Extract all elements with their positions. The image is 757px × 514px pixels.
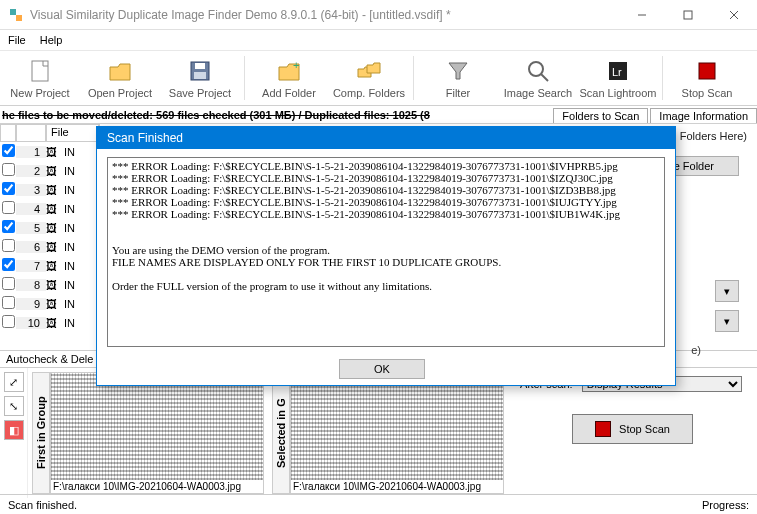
bottom-statusbar: Scan finished. Progress: <box>0 494 757 514</box>
stop-scan-button[interactable]: Stop Scan <box>667 52 747 104</box>
filter-button[interactable]: Filter <box>418 52 498 104</box>
row-filename: IN <box>64 203 99 215</box>
selected-in-group: Selected in G F:\галакси 10\IMG-20210604… <box>268 368 508 498</box>
row-number: 10 <box>16 317 46 329</box>
first-in-group: First in Group F:\галакси 10\IMG-2021060… <box>28 368 268 498</box>
row-checkbox[interactable] <box>0 296 16 311</box>
col-file[interactable]: File <box>46 124 99 142</box>
table-row[interactable]: 6🖼IN <box>0 237 99 256</box>
row-number: 2 <box>16 165 46 177</box>
image-file-icon: 🖼 <box>46 317 64 329</box>
after-scan-panel: After scan: Display Results Stop Scan <box>508 368 757 498</box>
window-title: Visual Similarity Duplicate Image Finder… <box>30 8 619 22</box>
table-row[interactable]: 7🖼IN <box>0 256 99 275</box>
dialog-log[interactable]: *** ERROR Loading: F:\$RECYCLE.BIN\S-1-5… <box>107 157 665 347</box>
menubar: File Help <box>0 30 757 50</box>
close-button[interactable] <box>711 0 757 30</box>
row-filename: IN <box>64 279 99 291</box>
maximize-button[interactable] <box>665 0 711 30</box>
open-project-button[interactable]: Open Project <box>80 52 160 104</box>
svg-line-12 <box>541 74 548 81</box>
toolbar: New Project Open Project Save Project +A… <box>0 50 757 106</box>
row-filename: IN <box>64 260 99 272</box>
stop-scan-big-button[interactable]: Stop Scan <box>572 414 693 444</box>
table-row[interactable]: 2🖼IN <box>0 161 99 180</box>
table-row[interactable]: 3🖼IN <box>0 180 99 199</box>
row-checkbox[interactable] <box>0 201 16 216</box>
first-thumbnail[interactable] <box>51 373 263 480</box>
row-checkbox[interactable] <box>0 277 16 292</box>
table-row[interactable]: 4🖼IN <box>0 199 99 218</box>
image-file-icon: 🖼 <box>46 298 64 310</box>
table-row[interactable]: 10🖼IN <box>0 313 99 332</box>
side-dropdowns: ▾ ▾ <box>715 280 739 332</box>
row-checkbox[interactable] <box>0 258 16 273</box>
menu-help[interactable]: Help <box>40 34 63 46</box>
menu-file[interactable]: File <box>8 34 26 46</box>
scan-lightroom-button[interactable]: LrScan Lightroom <box>578 52 658 104</box>
add-folder-button[interactable]: +Add Folder <box>249 52 329 104</box>
flag-icon[interactable]: ◧ <box>4 420 24 440</box>
status-text: he files to be moved/deleted: 569 files … <box>0 109 551 121</box>
tab-image-information[interactable]: Image Information <box>650 108 757 123</box>
side-dropdown-1[interactable]: ▾ <box>715 280 739 302</box>
image-file-icon: 🖼 <box>46 222 64 234</box>
preview-tools: ⤢ ⤡ ◧ <box>0 368 28 498</box>
svg-rect-1 <box>16 15 22 21</box>
svg-rect-6 <box>32 61 48 81</box>
row-filename: IN <box>64 241 99 253</box>
row-checkbox[interactable] <box>0 144 16 159</box>
svg-point-11 <box>529 62 543 76</box>
row-checkbox[interactable] <box>0 182 16 197</box>
partial-text: e) <box>691 344 701 356</box>
selected-caption: F:\галакси 10\IMG-20210604-WA0003.jpg <box>291 480 503 493</box>
row-filename: IN <box>64 317 99 329</box>
image-file-icon: 🖼 <box>46 203 64 215</box>
image-file-icon: 🖼 <box>46 279 64 291</box>
fit-icon[interactable]: ⤢ <box>4 372 24 392</box>
table-row[interactable]: 9🖼IN <box>0 294 99 313</box>
row-filename: IN <box>64 222 99 234</box>
table-row[interactable]: 5🖼IN <box>0 218 99 237</box>
minimize-button[interactable] <box>619 0 665 30</box>
scan-finished-dialog: Scan Finished *** ERROR Loading: F:\$REC… <box>96 126 676 386</box>
status-left: Scan finished. <box>8 499 702 511</box>
row-number: 6 <box>16 241 46 253</box>
new-project-button[interactable]: New Project <box>0 52 80 104</box>
row-filename: IN <box>64 184 99 196</box>
selected-thumbnail[interactable] <box>291 373 503 480</box>
row-checkbox[interactable] <box>0 315 16 330</box>
preview-row: ⤢ ⤡ ◧ First in Group F:\галакси 10\IMG-2… <box>0 368 757 498</box>
file-list: File 1🖼IN2🖼IN3🖼IN4🖼IN5🖼IN6🖼IN7🖼IN8🖼IN9🖼I… <box>0 124 100 350</box>
image-file-icon: 🖼 <box>46 260 64 272</box>
image-search-button[interactable]: Image Search <box>498 52 578 104</box>
image-file-icon: 🖼 <box>46 146 64 158</box>
svg-rect-3 <box>684 11 692 19</box>
table-row[interactable]: 1🖼IN <box>0 142 99 161</box>
row-number: 9 <box>16 298 46 310</box>
image-file-icon: 🖼 <box>46 241 64 253</box>
app-icon <box>8 7 24 23</box>
comp-folders-button[interactable]: Comp. Folders <box>329 52 409 104</box>
tab-folders-to-scan[interactable]: Folders to Scan <box>553 108 648 123</box>
table-row[interactable]: 8🖼IN <box>0 275 99 294</box>
svg-text:+: + <box>293 59 299 71</box>
progress-label: Progress: <box>702 499 749 511</box>
image-file-icon: 🖼 <box>46 165 64 177</box>
row-number: 5 <box>16 222 46 234</box>
row-checkbox[interactable] <box>0 220 16 235</box>
row-checkbox[interactable] <box>0 239 16 254</box>
svg-rect-0 <box>10 9 16 15</box>
svg-rect-8 <box>195 63 205 69</box>
row-checkbox[interactable] <box>0 163 16 178</box>
row-number: 8 <box>16 279 46 291</box>
row-filename: IN <box>64 165 99 177</box>
dialog-ok-button[interactable]: OK <box>339 359 425 379</box>
svg-rect-15 <box>699 63 715 79</box>
save-project-button[interactable]: Save Project <box>160 52 240 104</box>
image-file-icon: 🖼 <box>46 184 64 196</box>
zoom-icon[interactable]: ⤡ <box>4 396 24 416</box>
row-number: 3 <box>16 184 46 196</box>
status-line: he files to be moved/deleted: 569 files … <box>0 106 757 124</box>
side-dropdown-2[interactable]: ▾ <box>715 310 739 332</box>
